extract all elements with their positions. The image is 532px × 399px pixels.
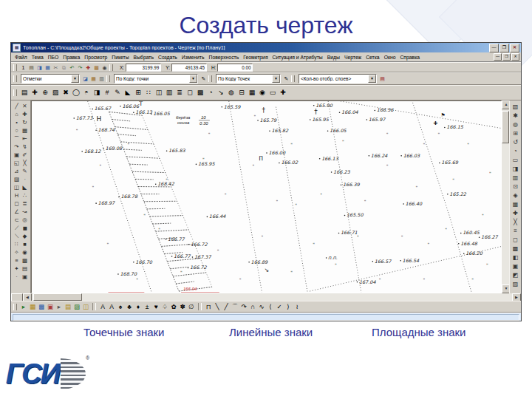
style-table-icon[interactable]: ▦ [90, 75, 97, 82]
bottom-toolbar-icon[interactable]: ▸ [55, 303, 63, 311]
menu-item[interactable]: Геометрия [241, 55, 270, 60]
bottom-toolbar-icon[interactable]: ♦ [134, 303, 142, 311]
palette-tool-icon[interactable]: ▣ [513, 262, 519, 271]
bottom-toolbar-icon[interactable]: ▤ [64, 303, 72, 311]
palette-tool-icon[interactable]: ◻ [513, 236, 518, 245]
menu-item[interactable]: Справка [398, 55, 422, 60]
toolbar-icon[interactable]: ▩ [93, 64, 100, 71]
toolbar-drag-handle[interactable] [13, 304, 17, 310]
bottom-toolbar-icon[interactable]: ▣ [47, 303, 54, 311]
chevron-down-icon[interactable]: ▼ [368, 75, 376, 83]
palette-tool-icon[interactable]: ◱ [13, 159, 21, 167]
palette-tool-icon[interactable]: ▨ [513, 280, 519, 289]
palette-tool-icon[interactable]: ▨ [13, 175, 21, 183]
palette-tool-icon[interactable]: ◩ [513, 271, 519, 280]
bottom-toolbar-icon[interactable]: ♥ [152, 303, 160, 311]
drawing-tool-icon[interactable]: ◯ [72, 88, 81, 98]
layers-combobox[interactable]: <Кол-во отобр. слоев> ▼ [299, 74, 377, 83]
palette-tool-icon[interactable]: ↷ [13, 143, 21, 151]
pen-icon[interactable]: ✎ [200, 75, 207, 82]
toolbar-icon[interactable]: ↷ [77, 64, 83, 71]
palette-tool-icon[interactable]: ▩ [513, 245, 519, 253]
drawing-tool-icon[interactable]: ⊟ [237, 88, 246, 98]
bottom-toolbar-icon[interactable]: ▩ [38, 303, 45, 311]
chevron-down-icon[interactable]: ▼ [189, 75, 197, 83]
menu-item[interactable]: ПБО [46, 55, 61, 60]
palette-tool-icon[interactable]: ⊂ [13, 216, 21, 224]
menu-item[interactable]: Изменить [180, 55, 207, 60]
palette-tool-icon[interactable]: H [13, 191, 21, 200]
palette-tool-icon[interactable]: ◆ [21, 232, 29, 240]
toolbar-icon[interactable]: ◉ [101, 64, 108, 71]
drawing-tool-icon[interactable]: ▭ [268, 88, 277, 98]
palette-tool-icon[interactable]: ⟍ [13, 232, 21, 240]
coordinate-x-value[interactable]: 3199.99 [126, 64, 161, 72]
horizontal-scroll-thumb[interactable] [33, 293, 82, 301]
toolbar-icon[interactable]: ▦ [44, 64, 51, 71]
toolbar-icon[interactable]: ↶ [69, 64, 75, 71]
window-control-button[interactable]: — [489, 44, 499, 52]
mdi-control-button[interactable]: ✕ [511, 53, 519, 61]
coordinate-h-value[interactable]: 0.00 [217, 64, 253, 72]
bottom-toolbar-icon[interactable]: ∅ [188, 303, 195, 311]
palette-tool-icon[interactable]: ○ [13, 126, 21, 134]
palette-tool-icon[interactable]: ✎ [21, 167, 29, 175]
drawing-tool-icon[interactable]: ◨ [92, 88, 101, 98]
palette-tool-icon[interactable]: ■ [21, 240, 29, 248]
point-code-combobox[interactable]: По Коду: точки ▼ [114, 74, 198, 83]
palette-tool-icon[interactable]: ⊞ [513, 129, 518, 138]
bottom-toolbar-icon[interactable]: ⌒ [231, 303, 239, 311]
bottom-toolbar-icon[interactable]: ⟨ [267, 303, 274, 311]
palette-tool-icon[interactable]: ◈ [513, 191, 517, 200]
point-code-style-combobox[interactable]: По Коду Точек ▼ [216, 74, 281, 83]
drawing-tool-icon[interactable]: ◫ [154, 88, 163, 98]
palette-tool-icon[interactable]: ▩ [21, 256, 29, 265]
bottom-toolbar-icon[interactable]: ╲ [214, 303, 221, 311]
palette-tool-icon[interactable]: ⟋ [13, 224, 21, 232]
drawing-tool-icon[interactable]: ▨ [51, 88, 60, 98]
drawing-tool-icon[interactable]: ◔ [206, 88, 215, 98]
palette-tool-icon[interactable]: ◎ [21, 216, 29, 224]
palette-tool-icon[interactable]: ▭ [513, 156, 519, 165]
drawing-tool-icon[interactable]: ◣ [123, 88, 132, 98]
palette-tool-icon[interactable]: ✚ [513, 209, 518, 218]
menu-item[interactable]: Правка [61, 55, 82, 60]
palette-tool-icon[interactable]: ▤ [21, 265, 29, 273]
bottom-toolbar-icon[interactable]: A [108, 303, 115, 311]
palette-tool-icon[interactable]: • [13, 118, 21, 126]
toolbar-drag-handle[interactable] [106, 75, 110, 82]
window-control-button[interactable]: ✕ [510, 44, 519, 52]
palette-tool-icon[interactable]: ✱ [513, 112, 518, 120]
palette-tool-icon[interactable]: ⌒ [13, 134, 21, 143]
bottom-toolbar-icon[interactable]: ⟩ [284, 303, 292, 311]
toolbar-drag-handle[interactable] [208, 75, 212, 82]
bottom-toolbar-icon[interactable]: ⊓ [205, 303, 212, 311]
palette-tool-icon[interactable]: ▧ [513, 103, 519, 112]
horizontal-scrollbar[interactable]: ◀ ▶ [11, 293, 521, 301]
chevron-down-icon[interactable]: ▼ [71, 75, 79, 83]
palette-tool-icon[interactable]: ◣ [21, 183, 29, 191]
drawing-tool-icon[interactable]: ✚ [279, 88, 287, 98]
page-number-button[interactable]: 1 [20, 64, 27, 71]
mdi-control-button[interactable]: — [494, 53, 502, 61]
palette-tool-icon[interactable]: ⊿ [13, 167, 21, 175]
bottom-toolbar-icon[interactable]: ♤ [161, 303, 168, 311]
bottom-toolbar-icon[interactable]: ✿ [170, 303, 177, 311]
vertical-scrollbar[interactable]: ▲ ▼ [502, 100, 509, 293]
window-titlebar[interactable]: ▦ Топоплан - C:\Площадка2\Общие проекты … [11, 43, 521, 52]
palette-tool-icon[interactable]: ◉ [21, 248, 29, 256]
marks-style-combobox[interactable]: Отметки ▼ [21, 74, 80, 83]
menu-item[interactable]: Чертеж [342, 55, 364, 60]
layers-icon[interactable]: ▤ [379, 75, 386, 82]
drawing-tool-icon[interactable]: ◉ [258, 88, 267, 98]
menu-item[interactable]: Файл [13, 55, 30, 60]
palette-tool-icon[interactable]: ⊡ [513, 183, 518, 191]
palette-tool-icon[interactable]: ╳ [514, 218, 517, 227]
drawing-tool-icon[interactable]: ◻ [185, 88, 194, 98]
toolbar-icon[interactable]: ✂ [52, 64, 59, 71]
menu-item[interactable]: Выбрать [132, 55, 156, 60]
bottom-toolbar-icon[interactable]: ∿ [258, 303, 265, 311]
bottom-toolbar-icon[interactable]: ✽ [179, 303, 186, 311]
bottom-toolbar-icon[interactable]: ▨ [73, 303, 81, 311]
drawing-tool-icon[interactable]: # [103, 88, 112, 98]
